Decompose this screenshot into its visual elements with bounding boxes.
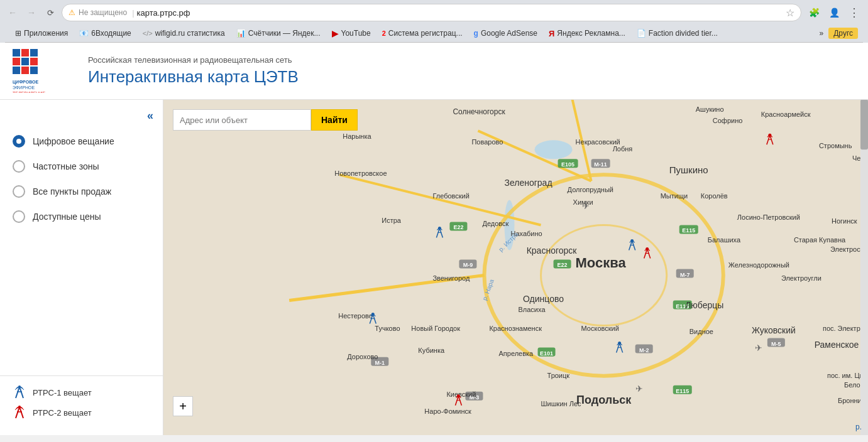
svg-text:Мытищи: Мытищи xyxy=(661,192,688,200)
bm1-label: 6Входящие xyxy=(91,29,131,38)
svg-text:M-1: M-1 xyxy=(375,360,385,366)
bm1-icon: 📧 xyxy=(79,29,89,38)
svg-text:Поварово: Поварово xyxy=(471,138,503,146)
map-area[interactable]: E105 M-11 E22 E22 M-9 E115 M-7 xyxy=(163,100,868,435)
bookmark-star-button[interactable]: ☆ xyxy=(786,7,794,19)
radio-frequency[interactable] xyxy=(13,160,25,173)
svg-text:Красноармейск: Красноармейск xyxy=(761,110,811,118)
map-search-button[interactable]: Найти xyxy=(311,109,358,131)
svg-text:р.: р. xyxy=(855,423,862,431)
svg-text:Глебовский: Глебовский xyxy=(432,192,470,200)
bm2-label: wifigid.ru статистика xyxy=(155,29,225,38)
legend-rtrs1: РТРС-1 вещает xyxy=(13,382,150,402)
svg-text:M-2: M-2 xyxy=(639,347,649,353)
svg-rect-4 xyxy=(21,58,29,65)
zoom-in-button[interactable]: + xyxy=(173,396,193,416)
sidebar-collapse-area: « xyxy=(0,106,163,129)
svg-rect-6 xyxy=(13,67,20,74)
yandex-icon: Я xyxy=(549,29,554,38)
main-layout: « Цифровое вещание Частотные зоны Все пу… xyxy=(0,100,868,435)
svg-rect-2 xyxy=(30,49,38,57)
other-bookmarks[interactable]: Другс xyxy=(828,28,858,39)
bookmarks-bar: ⊞ Приложения 📧 6Входящие </> wifigid.ru … xyxy=(5,25,863,43)
legend-rtrs2-label: РТРС-2 вещает xyxy=(33,408,92,418)
svg-rect-172 xyxy=(860,100,868,149)
nav-label-frequency: Частотные зоны xyxy=(33,161,99,171)
faction-icon: 📄 xyxy=(637,29,646,38)
adsense-icon: g xyxy=(474,29,478,38)
nav-item-sales[interactable]: Все пункты продаж xyxy=(0,179,163,204)
tower-red-icon xyxy=(13,406,26,419)
svg-text:Лобня: Лобня xyxy=(613,145,633,153)
svg-text:ЦИФРОВОЕ: ЦИФРОВОЕ xyxy=(13,80,38,85)
nav-item-frequency[interactable]: Частотные зоны xyxy=(0,154,163,179)
url-text[interactable]: карта.ртрс.рф xyxy=(137,8,190,18)
other-label: Другс xyxy=(833,29,853,38)
bookmark-apps[interactable]: ⊞ Приложения xyxy=(10,28,73,39)
svg-text:Пушкино: Пушкино xyxy=(669,164,708,175)
svg-text:Электроугли: Электроугли xyxy=(781,274,821,282)
svg-text:Балашиха: Балашиха xyxy=(708,236,741,244)
svg-text:Подольск: Подольск xyxy=(576,394,632,406)
faction-label: Faction divided tier... xyxy=(649,29,718,38)
nav-item-digital[interactable]: Цифровое вещание xyxy=(0,129,163,154)
yandex-label: Яндекс Рекламна... xyxy=(557,29,625,38)
svg-text:Химки: Химки xyxy=(573,198,593,206)
svg-rect-5 xyxy=(30,58,38,65)
svg-text:✈: ✈ xyxy=(635,384,643,394)
youtube-label: YouTube xyxy=(341,29,371,38)
bookmark-adsense[interactable]: g Google AdSense xyxy=(469,28,542,39)
svg-text:Нестерово: Нестерово xyxy=(338,312,373,320)
svg-text:Солнечногорск: Солнечногорск xyxy=(453,107,505,116)
bookmark-youtube[interactable]: ▶ YouTube xyxy=(327,27,376,40)
browser-chrome: ← → ⟳ ⚠ Не защищено | карта.ртрс.рф ☆ 🧩 … xyxy=(0,0,868,43)
legend-rtrs1-label: РТРС-1 вещает xyxy=(33,388,92,397)
nav-item-prices[interactable]: Доступные цены xyxy=(0,204,163,229)
bookmark-3[interactable]: 📊 Счётчики — Яндек... xyxy=(231,28,326,39)
forward-button[interactable]: → xyxy=(24,5,39,20)
svg-text:Зеленоград: Зеленоград xyxy=(504,178,552,188)
svg-text:Королёв: Королёв xyxy=(701,192,728,200)
browser-nav: ← → ⟳ ⚠ Не защищено | карта.ртрс.рф ☆ 🧩 … xyxy=(5,4,863,21)
svg-rect-0 xyxy=(13,49,20,57)
radio-digital[interactable] xyxy=(13,135,25,148)
legend-rtrs2: РТРС-2 вещает xyxy=(13,402,150,423)
svg-rect-171 xyxy=(860,100,868,435)
bookmark-1[interactable]: 📧 6Входящие xyxy=(74,28,136,39)
collapse-button[interactable]: « xyxy=(147,109,153,122)
browser-actions: 🧩 👤 ⋮ xyxy=(805,4,863,21)
adsense-label: Google AdSense xyxy=(481,29,537,38)
apps-label: Приложения xyxy=(24,29,68,38)
reload-button[interactable]: ⟳ xyxy=(43,5,58,20)
bm3-icon: 📊 xyxy=(236,29,246,38)
bookmarks-more-button[interactable]: » xyxy=(816,28,828,39)
svg-text:ЭФИРНОЕ: ЭФИРНОЕ xyxy=(13,85,35,90)
nav-label-prices: Доступные цены xyxy=(33,212,101,222)
header-text: Российская телевизионная и радиовещатель… xyxy=(88,55,299,87)
bookmark-5[interactable]: 2 Система регистрац... xyxy=(377,28,468,39)
svg-text:Дорохово: Дорохово xyxy=(347,353,378,360)
radio-sales[interactable] xyxy=(13,185,25,198)
svg-text:Видное: Видное xyxy=(689,328,713,335)
more-button[interactable]: ⋮ xyxy=(845,4,863,21)
back-button[interactable]: ← xyxy=(5,5,20,20)
extensions-button[interactable]: 🧩 xyxy=(805,4,823,21)
map-search-input[interactable] xyxy=(173,109,311,131)
profile-button[interactable]: 👤 xyxy=(825,4,843,21)
bookmark-2[interactable]: </> wifigid.ru статистика xyxy=(138,28,230,39)
bookmark-faction[interactable]: 📄 Faction divided tier... xyxy=(632,28,723,39)
logo: ЦИФРОВОЕ ЭФИРНОЕ ТЕЛЕВИДЕНИЕ xyxy=(13,49,63,93)
svg-text:E115: E115 xyxy=(676,388,689,394)
not-secure-label: Не защищено xyxy=(79,8,127,17)
bookmark-yandex[interactable]: Я Яндекс Рекламна... xyxy=(544,28,630,40)
logo-area: ЦИФРОВОЕ ЭФИРНОЕ ТЕЛЕВИДЕНИЕ xyxy=(13,49,69,93)
svg-text:Москва: Москва xyxy=(576,256,627,271)
radio-prices[interactable] xyxy=(13,210,25,223)
svg-text:Апрелевка: Апрелевка xyxy=(498,350,534,357)
separator: | xyxy=(132,8,134,18)
sidebar-legend: РТРС-1 вещает РТРС-2 вещает xyxy=(0,375,163,429)
svg-text:Киевский: Киевский xyxy=(446,391,476,398)
svg-text:✈: ✈ xyxy=(755,343,762,353)
map-background: E105 M-11 E22 E22 M-9 E115 M-7 xyxy=(163,100,868,435)
svg-text:Стромынь: Стромынь xyxy=(819,142,852,149)
